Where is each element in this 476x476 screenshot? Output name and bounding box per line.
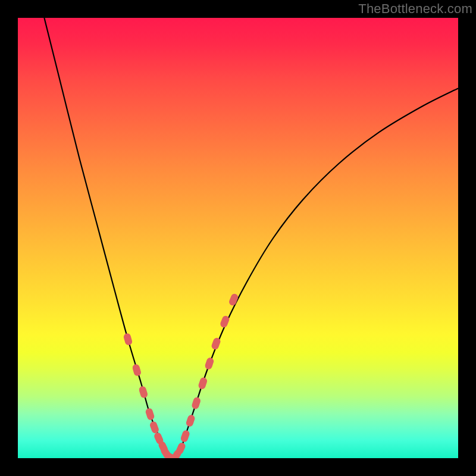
chart-frame: TheBottleneck.com — [0, 0, 476, 476]
data-marker — [131, 364, 142, 377]
data-marker — [185, 414, 196, 428]
data-marker — [162, 450, 176, 458]
data-marker — [220, 315, 231, 328]
data-marker — [157, 440, 169, 454]
data-marker — [180, 430, 190, 443]
data-marker — [175, 441, 186, 455]
data-marker — [204, 357, 215, 371]
data-marker — [159, 446, 172, 458]
data-marker — [138, 386, 148, 399]
data-marker — [145, 408, 155, 421]
watermark-text: TheBottleneck.com — [358, 1, 472, 17]
data-marker — [228, 293, 239, 306]
curves-svg — [18, 18, 458, 458]
plot-area — [18, 18, 458, 458]
data-marker — [198, 377, 208, 390]
data-marker — [123, 333, 133, 346]
data-marker — [149, 421, 159, 434]
data-marker — [165, 452, 178, 458]
data-marker — [170, 449, 183, 458]
bottleneck-curve — [44, 18, 458, 458]
data-marker — [153, 431, 164, 445]
data-marker — [211, 337, 221, 350]
data-marker — [191, 396, 202, 410]
